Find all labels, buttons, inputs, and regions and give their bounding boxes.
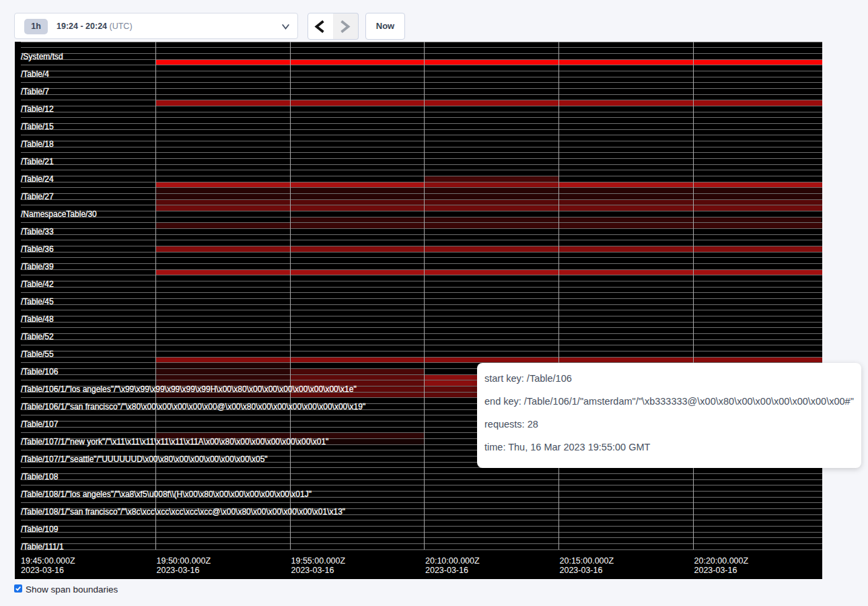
svg-text:2023-03-16: 2023-03-16 <box>425 566 468 575</box>
svg-text:/NamespaceTable/30: /NamespaceTable/30 <box>21 209 97 219</box>
svg-text:2023-03-16: 2023-03-16 <box>291 566 334 575</box>
svg-text:/Table/45: /Table/45 <box>21 297 54 306</box>
svg-text:2023-03-16: 2023-03-16 <box>21 566 64 575</box>
svg-text:19:45:00.000Z: 19:45:00.000Z <box>21 556 75 566</box>
svg-text:/Table/33: /Table/33 <box>21 227 54 236</box>
svg-text:/Table/21: /Table/21 <box>21 157 54 166</box>
svg-text:2023-03-16: 2023-03-16 <box>694 566 737 575</box>
svg-text:/Table/107: /Table/107 <box>21 419 59 429</box>
svg-text:/Table/108: /Table/108 <box>21 472 59 481</box>
svg-text:20:10:00.000Z: 20:10:00.000Z <box>425 556 480 566</box>
svg-text:/Table/55: /Table/55 <box>21 349 54 359</box>
svg-text:/Table/108/1/"los angeles"/"\x: /Table/108/1/"los angeles"/"\xa8\xf5\u00… <box>21 490 312 499</box>
svg-text:/Table/42: /Table/42 <box>21 279 54 289</box>
svg-text:/Table/18: /Table/18 <box>21 139 54 149</box>
svg-text:/Table/108/1/"san francisco"/": /Table/108/1/"san francisco"/"\x8c\xcc\x… <box>21 507 345 516</box>
svg-text:/Table/109: /Table/109 <box>21 525 59 534</box>
svg-text:/Table/106/1/"san francisco"/": /Table/106/1/"san francisco"/"\x80\x00\x… <box>21 402 365 411</box>
svg-text:/Table/24: /Table/24 <box>21 174 54 184</box>
svg-text:/Table/111/1: /Table/111/1 <box>21 542 64 551</box>
svg-text:/Table/4: /Table/4 <box>21 69 49 79</box>
svg-text:19:55:00.000Z: 19:55:00.000Z <box>291 556 346 566</box>
svg-text:/Table/107/1/"seattle"/"UUUUUU: /Table/107/1/"seattle"/"UUUUUUD\x00\x80\… <box>21 454 268 464</box>
svg-text:2023-03-16: 2023-03-16 <box>157 566 200 575</box>
svg-text:/Table/106/1/"los angeles"/"\x: /Table/106/1/"los angeles"/"\x99\x99\x99… <box>21 384 357 394</box>
svg-text:20:15:00.000Z: 20:15:00.000Z <box>560 556 614 566</box>
svg-text:/Table/48: /Table/48 <box>21 314 54 324</box>
svg-text:/Table/36: /Table/36 <box>21 244 54 254</box>
svg-text:/System/tsd: /System/tsd <box>21 52 63 61</box>
svg-text:2023-03-16: 2023-03-16 <box>560 566 603 575</box>
svg-text:/Table/39: /Table/39 <box>21 262 54 271</box>
svg-text:/Table/107/1/"new york"/"\x11\: /Table/107/1/"new york"/"\x11\x11\x11\x1… <box>21 437 328 446</box>
svg-text:/Table/12: /Table/12 <box>21 104 54 114</box>
svg-text:/Table/7: /Table/7 <box>21 87 49 96</box>
svg-text:/Table/15: /Table/15 <box>21 122 54 131</box>
svg-text:/Table/52: /Table/52 <box>21 332 54 341</box>
svg-text:/Table/106: /Table/106 <box>21 367 59 376</box>
svg-text:/Table/27: /Table/27 <box>21 192 54 201</box>
svg-text:19:50:00.000Z: 19:50:00.000Z <box>157 556 211 566</box>
svg-text:20:20:00.000Z: 20:20:00.000Z <box>694 556 749 566</box>
